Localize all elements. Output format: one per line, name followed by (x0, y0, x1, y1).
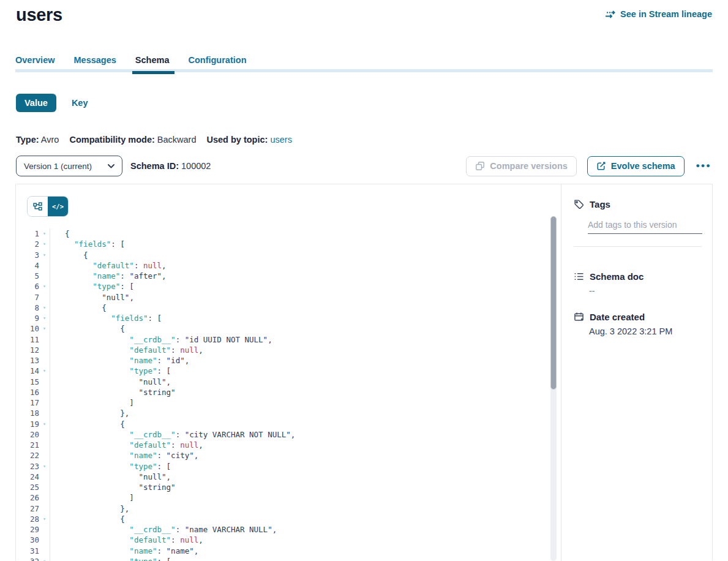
tag-icon (574, 199, 584, 209)
code-text: "null", (65, 377, 171, 387)
fold-gutter (39, 440, 50, 450)
code-text: "type": [ (65, 281, 134, 292)
fold-gutter (39, 503, 50, 514)
code-line: 5 "name": "after", (16, 271, 561, 281)
code-text: "__crdb__": "city VARCHAR NOT NULL", (65, 429, 295, 440)
fold-toggle-icon[interactable]: ▾ (39, 556, 50, 561)
fold-toggle-icon[interactable]: ▾ (39, 239, 50, 249)
fold-toggle-icon[interactable]: ▾ (39, 323, 50, 334)
code-text: "__crdb__": "id UUID NOT NULL", (65, 334, 272, 345)
code-text: { (65, 250, 88, 260)
code-line: 19▾ { (16, 419, 561, 429)
line-number: 26 (16, 492, 39, 503)
compatibility-label: Compatibility mode: (69, 135, 154, 145)
code-text: "string" (65, 387, 176, 397)
fold-toggle-icon[interactable]: ▾ (39, 366, 50, 376)
line-number: 23 (16, 461, 39, 472)
line-number: 13 (16, 355, 39, 366)
code-text: "type": [ (65, 461, 171, 472)
code-text: "fields": [ (65, 239, 125, 249)
fold-toggle-icon[interactable]: ▾ (39, 313, 50, 323)
line-number: 31 (16, 546, 39, 556)
code-line: 23▾ "type": [ (16, 461, 561, 472)
see-in-stream-lineage-link[interactable]: See in Stream lineage (605, 9, 712, 19)
code-text: }, (65, 408, 129, 418)
fold-gutter (39, 260, 50, 271)
fold-gutter (39, 271, 50, 281)
fold-gutter (39, 524, 50, 535)
line-number: 22 (16, 450, 39, 461)
code-text: { (65, 514, 125, 524)
code-line: 29 "__crdb__": "name VARCHAR NULL", (16, 524, 561, 535)
fold-toggle-icon[interactable]: ▾ (39, 461, 50, 472)
tab-underline-track (15, 69, 713, 72)
schema-doc-header: Schema doc (574, 271, 702, 282)
line-number: 25 (16, 482, 39, 492)
code-text: "type": [ (65, 366, 171, 376)
code-line: 13 "name": "id", (16, 355, 561, 366)
line-number: 19 (16, 419, 39, 429)
see-in-stream-lineage-label: See in Stream lineage (620, 9, 712, 19)
fold-toggle-icon[interactable]: ▾ (39, 419, 50, 429)
code-line: 22 "name": "city", (16, 450, 561, 461)
chevron-down-icon (108, 164, 114, 168)
fold-gutter (39, 334, 50, 345)
version-select[interactable]: Version 1 (current) (16, 156, 122, 176)
more-actions-button[interactable]: ••• (695, 160, 713, 172)
code-view-button[interactable]: </> (48, 197, 68, 216)
schema-sidebar: Tags Schema doc -- (561, 184, 712, 561)
compare-versions-button[interactable]: Compare versions (466, 156, 577, 176)
code-line: 12 "default": null, (16, 345, 561, 355)
fold-gutter (39, 546, 50, 556)
line-number: 21 (16, 440, 39, 450)
line-number: 30 (16, 535, 39, 545)
code-line: 1▾{ (16, 228, 561, 239)
line-number: 5 (16, 271, 39, 281)
code-line: 14▾ "type": [ (16, 366, 561, 376)
line-number: 15 (16, 377, 39, 387)
evolve-schema-button[interactable]: Evolve schema (587, 156, 685, 176)
fold-toggle-icon[interactable]: ▾ (39, 250, 50, 260)
code-text: "name": "city", (65, 450, 198, 461)
line-number: 1 (16, 228, 39, 239)
code-line: 7 "null", (16, 292, 561, 303)
value-toggle-button[interactable]: Value (16, 94, 56, 112)
code-text: ] (65, 492, 134, 503)
code-text: "type": [ (65, 556, 171, 561)
line-number: 7 (16, 292, 39, 303)
line-number: 2 (16, 239, 39, 249)
code-line: 21 "default": null, (16, 440, 561, 450)
topic-link[interactable]: users (270, 135, 291, 145)
code-line: 9▾ "fields": [ (16, 313, 561, 323)
line-number: 4 (16, 260, 39, 271)
compare-versions-icon (475, 161, 485, 171)
code-line: 28▾ { (16, 514, 561, 524)
fold-gutter (39, 535, 50, 545)
evolve-schema-label: Evolve schema (611, 161, 675, 171)
sidebar-divider (574, 246, 702, 247)
fold-toggle-icon[interactable]: ▾ (39, 303, 50, 313)
tree-view-button[interactable] (28, 197, 48, 216)
editor-scrollbar-thumb[interactable] (550, 216, 557, 390)
line-number: 17 (16, 397, 39, 408)
tree-view-icon (33, 202, 42, 211)
fold-gutter (39, 408, 50, 418)
fold-toggle-icon[interactable]: ▾ (39, 228, 50, 239)
code-text: { (65, 303, 107, 313)
used-by-topic-label: Used by topic: (206, 135, 268, 145)
add-tags-input[interactable] (588, 220, 702, 234)
key-toggle-button[interactable]: Key (72, 98, 88, 108)
fold-toggle-icon[interactable]: ▾ (39, 281, 50, 292)
code-line: 6▾ "type": [ (16, 281, 561, 292)
date-created-section: Date created Aug. 3 2022 3:21 PM (574, 312, 702, 336)
code-line: 27 }, (16, 503, 561, 514)
code-line: 30 "default": null, (16, 535, 561, 545)
code-line: 11 "__crdb__": "id UUID NOT NULL", (16, 334, 561, 345)
line-number: 10 (16, 323, 39, 334)
list-icon (574, 271, 584, 282)
fold-toggle-icon[interactable]: ▾ (39, 514, 50, 524)
code-text: "default": null, (65, 440, 203, 450)
editor-view-toggle: </> (27, 196, 69, 217)
line-number: 12 (16, 345, 39, 355)
code-line: 18 }, (16, 408, 561, 418)
